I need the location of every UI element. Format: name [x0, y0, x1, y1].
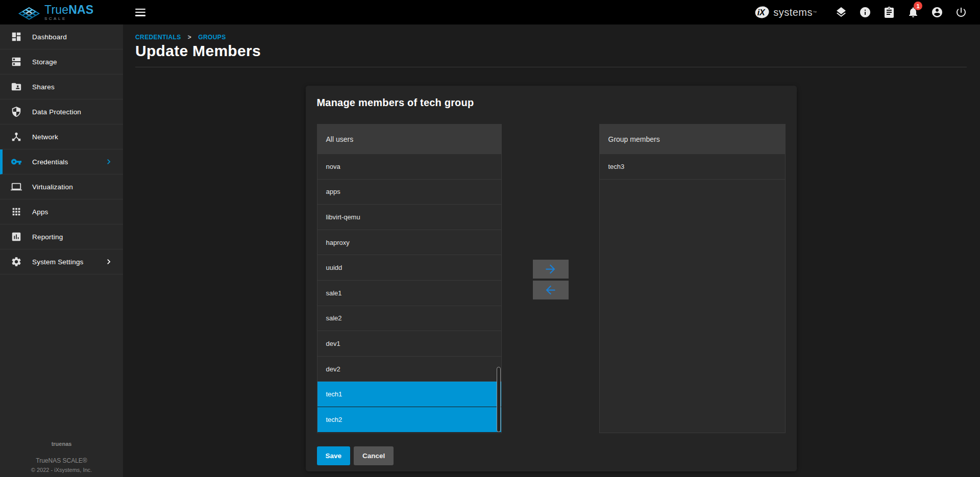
list-item[interactable]: dev1: [317, 331, 501, 357]
copyright-label: © 2022 - iXsystems, Inc.: [0, 467, 123, 473]
virtualization-icon: [11, 181, 22, 192]
sidebar-item-system-settings[interactable]: System Settings: [0, 249, 123, 274]
sidebar-item-label: Data Protection: [32, 108, 81, 116]
brand-edition: SCALE: [44, 17, 93, 21]
sidebar-item-label: Reporting: [32, 233, 63, 241]
dashboard-icon: [11, 31, 22, 42]
card-actions: Save Cancel: [317, 446, 786, 465]
svg-text:iX: iX: [757, 8, 766, 17]
arrow-right-icon: [544, 262, 557, 276]
sidebar-item-label: Storage: [32, 58, 57, 66]
info-icon: [859, 6, 871, 18]
system-settings-icon: [11, 256, 22, 267]
sidebar-item-label: Network: [32, 133, 58, 141]
account-icon: [931, 6, 943, 18]
sidebar-item-network[interactable]: Network: [0, 124, 123, 149]
truenas-logo-text: TrueNAS SCALE: [44, 4, 93, 21]
sidebar-item-reporting[interactable]: Reporting: [0, 224, 123, 249]
list-scrollbar-thumb[interactable]: [497, 367, 501, 432]
shares-icon: [11, 81, 22, 92]
jobs-button[interactable]: [877, 0, 901, 24]
list-item[interactable]: sale2: [317, 306, 501, 332]
storage-icon: [11, 56, 22, 67]
save-button[interactable]: Save: [317, 446, 351, 465]
list-item[interactable]: apps: [317, 180, 501, 205]
virtualization-icon: [11, 181, 22, 192]
move-left-button[interactable]: [533, 281, 569, 299]
storage-icon: [11, 56, 22, 67]
transfer-buttons: [533, 124, 569, 433]
info-button[interactable]: [853, 0, 877, 24]
chevron-right-icon: [104, 157, 114, 167]
move-right-button[interactable]: [533, 260, 569, 279]
list-item[interactable]: libvirt-qemu: [317, 205, 501, 230]
chevron-right-icon: [104, 257, 114, 267]
manage-members-card: Manage members of tech group All users n…: [306, 86, 797, 471]
sidebar-item-label: Apps: [32, 208, 48, 216]
notifications-button[interactable]: 1: [901, 0, 925, 24]
dual-list-transfer: All users novaappslibvirt-qemuhaproxyuui…: [317, 124, 786, 433]
list-item[interactable]: nova: [317, 154, 501, 180]
chevron-right-icon: [104, 157, 114, 167]
network-icon: [11, 131, 22, 142]
apps-icon: [11, 206, 22, 217]
truenas-logo[interactable]: TrueNAS SCALE: [0, 4, 123, 21]
list-item[interactable]: tech3: [600, 154, 785, 180]
sidebar-item-credentials[interactable]: Credentials: [0, 149, 123, 174]
list-item[interactable]: dev2: [317, 357, 501, 382]
power-button[interactable]: [949, 0, 973, 24]
all-users-panel: All users novaappslibvirt-qemuhaproxyuui…: [317, 124, 502, 433]
ixsystems-logo-label: systems: [773, 7, 813, 18]
dashboard-icon: [11, 31, 22, 42]
sidebar-item-label: Shares: [32, 83, 55, 91]
list-item[interactable]: uuidd: [317, 255, 501, 281]
group-members-list: tech3: [600, 154, 785, 433]
app-header: TrueNAS SCALE iX systems ™ 1: [0, 0, 980, 24]
credentials-icon: [11, 156, 22, 167]
power-icon: [955, 6, 967, 18]
header-actions: iX systems ™ 1: [753, 0, 980, 24]
sidebar-item-apps[interactable]: Apps: [0, 199, 123, 224]
card-title: Manage members of tech group: [317, 97, 786, 109]
sidebar-item-storage[interactable]: Storage: [0, 49, 123, 74]
sidebar: DashboardStorageSharesData ProtectionNet…: [0, 24, 123, 477]
truecommand-icon: [835, 6, 847, 18]
sidebar-nav: DashboardStorageSharesData ProtectionNet…: [0, 24, 123, 274]
breadcrumb-groups[interactable]: GROUPS: [198, 34, 226, 41]
group-members-panel: Group members tech3: [599, 124, 786, 433]
list-item[interactable]: haproxy: [317, 230, 501, 256]
list-item[interactable]: tech2: [317, 407, 501, 433]
sidebar-item-label: Credentials: [32, 158, 68, 166]
shares-icon: [11, 81, 22, 92]
sidebar-item-dashboard[interactable]: Dashboard: [0, 24, 123, 49]
menu-toggle-button[interactable]: [135, 9, 145, 16]
jobs-icon: [883, 6, 895, 18]
system-settings-icon: [11, 256, 22, 267]
breadcrumb-credentials[interactable]: CREDENTIALS: [135, 34, 181, 41]
list-item[interactable]: tech1: [317, 382, 501, 407]
reporting-icon: [11, 231, 22, 242]
sidebar-item-label: Dashboard: [32, 33, 67, 41]
sidebar-item-data-protection[interactable]: Data Protection: [0, 99, 123, 124]
brand-name: True: [44, 3, 68, 16]
sidebar-item-virtualization[interactable]: Virtualization: [0, 174, 123, 199]
breadcrumb-separator: >: [188, 34, 191, 41]
title-divider: [135, 67, 967, 67]
hostname-label: truenas: [0, 441, 123, 447]
ixsystems-logo: iX systems ™: [753, 5, 817, 20]
group-members-header: Group members: [600, 124, 785, 154]
network-icon: [11, 131, 22, 142]
truecommand-button[interactable]: [829, 0, 853, 24]
notification-badge: 1: [914, 2, 922, 10]
reporting-icon: [11, 231, 22, 242]
sidebar-item-label: System Settings: [32, 258, 84, 266]
all-users-list: novaappslibvirt-qemuhaproxyuuiddsale1sal…: [317, 154, 501, 433]
sidebar-footer: truenas TrueNAS SCALE® © 2022 - iXsystem…: [0, 441, 123, 473]
sidebar-item-shares[interactable]: Shares: [0, 74, 123, 99]
list-item[interactable]: sale1: [317, 281, 501, 306]
cancel-button[interactable]: Cancel: [354, 446, 394, 465]
page-title: Update Members: [135, 42, 967, 60]
sidebar-item-label: Virtualization: [32, 183, 73, 191]
account-button[interactable]: [925, 0, 949, 24]
arrow-left-icon: [544, 283, 557, 297]
